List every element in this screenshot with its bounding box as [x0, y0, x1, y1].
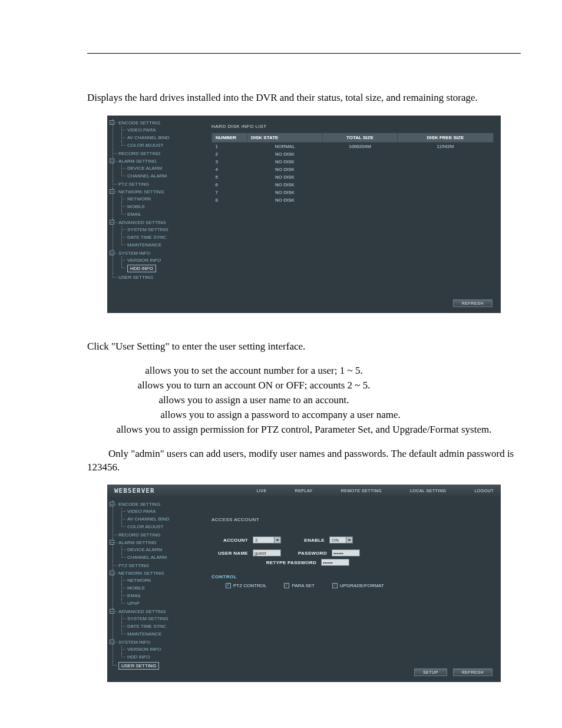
- username-label: USER NAME: [211, 551, 248, 556]
- tree-group[interactable]: PTZ SETTING: [118, 182, 149, 187]
- tree-item[interactable]: AV CHANNEL BIND: [127, 135, 170, 140]
- tree-item[interactable]: DEVICE ALARM: [127, 547, 162, 552]
- tree-item[interactable]: VERSION INFO: [127, 258, 161, 263]
- brand: WEBSERVER: [114, 487, 155, 495]
- enable-line: allows you to turn an account ON or OFF;…: [87, 379, 521, 393]
- table-row: 2NO DISK: [212, 150, 494, 158]
- page: Displays the hard drives installed into …: [0, 0, 562, 716]
- tree-item[interactable]: MOBILE: [127, 204, 145, 209]
- tree-item[interactable]: NETWORK: [127, 196, 151, 202]
- tree-group[interactable]: ALARM SETTING: [118, 159, 156, 164]
- intro-text: Displays the hard drives installed into …: [87, 91, 521, 105]
- tree-group[interactable]: ADVANCED SETTING: [118, 609, 166, 614]
- tree-group[interactable]: ALARM SETTING: [118, 540, 156, 545]
- account-select[interactable]: 2: [253, 536, 281, 543]
- hdd-table: NUMBERDISK STATETOTAL SIZEDISK FREE SIZE…: [211, 133, 494, 204]
- tree-group[interactable]: NETWORK SETTING: [118, 189, 164, 195]
- tree-group[interactable]: SYSTEM INFO: [118, 251, 150, 256]
- tree-group[interactable]: ENCODE SETTING: [118, 120, 160, 126]
- upgrade-checkbox[interactable]: [332, 583, 338, 588]
- tree-item[interactable]: VERSION INFO: [127, 647, 161, 652]
- username-input[interactable]: [253, 549, 281, 556]
- col-header: TOTAL SIZE: [323, 133, 398, 142]
- tree-item[interactable]: SYSTEM SETTING: [127, 227, 168, 232]
- enable-label: ENABLE: [299, 538, 325, 543]
- user-setting-intro: Click "User Setting" to enter the user s…: [87, 340, 521, 354]
- tree-item[interactable]: CHANNEL ALARM: [127, 555, 167, 560]
- tree-item[interactable]: MAINTENANCE: [127, 242, 161, 248]
- para-label: PARA SET: [292, 583, 315, 588]
- tree-item[interactable]: COLOR ADJUST: [127, 143, 163, 148]
- upgrade-label: UPGRADE/FORMAT: [340, 583, 384, 588]
- col-header: NUMBER: [212, 133, 247, 142]
- chevron-down-icon: [346, 537, 352, 543]
- top-tab[interactable]: LOCAL SETTING: [410, 489, 446, 493]
- hdd-panel: HARD DISK INFO LIST NUMBERDISK STATETOTA…: [199, 116, 501, 313]
- tree-item[interactable]: CHANNEL ALARM: [127, 173, 167, 179]
- tree-item[interactable]: UPnP: [127, 601, 140, 606]
- tree-group[interactable]: RECORD SETTING: [118, 532, 161, 538]
- table-row: 4NO DISK: [212, 166, 494, 173]
- col-header: DISK FREE SIZE: [397, 133, 493, 142]
- tree-group[interactable]: PTZ SETTING: [118, 563, 149, 568]
- retype-input[interactable]: [321, 559, 349, 566]
- tree-group[interactable]: ADVANCED SETTING: [118, 220, 166, 225]
- sidebar: –ENCODE SETTINGVIDEO PARAAV CHANNEL BIND…: [107, 116, 199, 313]
- tree-item[interactable]: EMAIL: [127, 212, 141, 217]
- table-row: 7NO DISK: [212, 189, 494, 196]
- hdd-screenshot: –ENCODE SETTINGVIDEO PARAAV CHANNEL BIND…: [107, 116, 501, 313]
- chevron-down-icon: [274, 537, 280, 543]
- tree-item[interactable]: MOBILE: [127, 585, 145, 591]
- password-input[interactable]: [332, 549, 360, 556]
- tree-item[interactable]: NETWORK: [127, 578, 151, 583]
- access-title: ACCESS ACCOUNT: [211, 517, 494, 522]
- control-line: allows you to assign permission for PTZ …: [87, 423, 521, 437]
- table-row: 8NO DISK: [212, 196, 494, 204]
- tree-item[interactable]: SYSTEM SETTING: [127, 616, 168, 621]
- hdd-title: HARD DISK INFO LIST: [211, 124, 494, 129]
- tree-item[interactable]: DEVICE ALARM: [127, 166, 162, 171]
- top-rule: [87, 53, 521, 54]
- table-row: 6NO DISK: [212, 181, 494, 189]
- setup-button[interactable]: SETUP: [414, 668, 447, 676]
- para-checkbox[interactable]: [284, 583, 289, 588]
- col-header: DISK STATE: [247, 133, 323, 142]
- user-panel: ACCESS ACCOUNT ACCOUNT 2 ENABLE ON USER …: [199, 497, 501, 682]
- table-row: 3NO DISK: [212, 158, 494, 166]
- sidebar: –ENCODE SETTINGVIDEO PARAAV CHANNEL BIND…: [107, 497, 199, 682]
- username-line: allows you to assign a user name to an a…: [87, 394, 521, 407]
- tree-group[interactable]: USER SETTING: [118, 275, 153, 280]
- ptz-checkbox[interactable]: [226, 583, 231, 588]
- tree-group[interactable]: ENCODE SETTING: [118, 502, 160, 507]
- top-tab[interactable]: REPLAY: [295, 489, 313, 493]
- tree-item[interactable]: VIDEO PARA: [127, 509, 156, 514]
- password-label: PASSWORD: [293, 551, 327, 556]
- tree-group[interactable]: USER SETTING: [118, 662, 159, 670]
- tree-item[interactable]: COLOR ADJUST: [127, 524, 163, 529]
- tree-item[interactable]: DATE TIME SYNC: [127, 624, 166, 629]
- enable-select[interactable]: ON: [329, 536, 353, 543]
- account-label: ACCOUNT: [211, 538, 248, 543]
- refresh-button[interactable]: REFRESH: [453, 299, 492, 307]
- tree-item[interactable]: HDD INFO: [127, 654, 150, 660]
- tree-item[interactable]: AV CHANNEL BIND: [127, 516, 170, 522]
- top-tab[interactable]: LOGOUT: [474, 489, 494, 493]
- ptz-label: PTZ CONTROL: [233, 583, 266, 588]
- tree-group[interactable]: NETWORK SETTING: [118, 571, 164, 576]
- password-line: allows you to assign a password to accom…: [87, 409, 521, 422]
- top-tab[interactable]: REMOTE SETTING: [341, 489, 382, 493]
- tree-group[interactable]: RECORD SETTING: [118, 151, 161, 156]
- tree-item[interactable]: EMAIL: [127, 593, 141, 598]
- tree-group[interactable]: SYSTEM INFO: [118, 640, 150, 645]
- top-tab[interactable]: LIVE: [256, 489, 266, 493]
- account-line: allows you to set the account number for…: [87, 364, 521, 378]
- retype-label: RETYPE PASSWORD: [211, 560, 316, 565]
- tree-item[interactable]: HDD INFO: [127, 265, 156, 272]
- user-setting-screenshot: WEBSERVER LIVEREPLAYREMOTE SETTINGLOCAL …: [107, 485, 501, 682]
- refresh-button[interactable]: REFRESH: [453, 668, 492, 676]
- tree-item[interactable]: DATE TIME SYNC: [127, 235, 166, 240]
- table-row: 5NO DISK: [212, 173, 494, 181]
- tree-item[interactable]: MAINTENANCE: [127, 631, 161, 637]
- note-line: Only "admin" users can add users, modify…: [87, 447, 521, 475]
- tree-item[interactable]: VIDEO PARA: [127, 127, 156, 133]
